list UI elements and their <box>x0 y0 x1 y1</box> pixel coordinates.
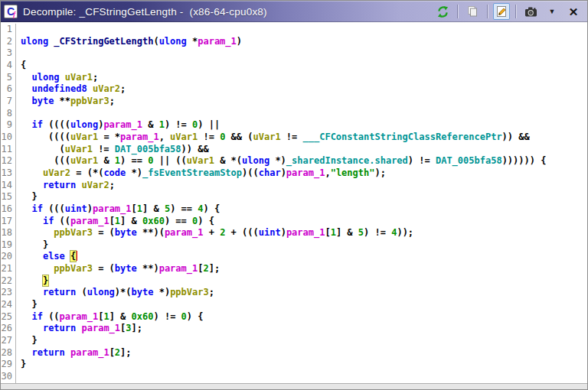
horizontal-scrollbar[interactable] <box>1 383 587 389</box>
code-line[interactable]: 25 if ((param_1[1] & 0x60) != 0) { <box>1 311 587 323</box>
line-number: 12 <box>1 155 16 167</box>
code-line[interactable]: 14 return uVar2; <box>1 180 587 192</box>
code-token <box>21 96 31 106</box>
code-line[interactable]: 18 ppbVar3 = (byte **)(param_1 + 2 + (((… <box>1 227 587 239</box>
code-text: } <box>16 191 38 203</box>
line-number: 1 <box>1 24 16 36</box>
code-line[interactable]: 27 } <box>1 335 587 347</box>
code-line[interactable]: 23 return (ulong)*(byte *)ppbVar3; <box>1 287 587 299</box>
code-token: **)( <box>137 227 165 238</box>
code-text: byte **ppbVar3; <box>16 96 115 108</box>
code-token <box>21 167 43 178</box>
code-line[interactable]: 11 (uVar1 != DAT_005bfa58)) && <box>1 144 587 156</box>
code-line[interactable]: 9 if ((((ulong)param_1 & 1) != 0) || <box>1 119 587 132</box>
code-line[interactable]: 1 <box>1 24 587 36</box>
line-number: 30 <box>1 371 16 383</box>
titlebar[interactable]: C ƒ Decompile: _CFStringGetLength - (x86… <box>1 1 587 22</box>
code-token: 1 <box>103 311 109 322</box>
code-token: } <box>21 335 38 346</box>
pencil-icon <box>495 5 508 18</box>
toolbar-separator <box>515 5 516 18</box>
code-token: ) == <box>165 216 192 226</box>
code-token <box>87 83 93 94</box>
window-title: Decompile: _CFStringGetLength - (x86-64-… <box>23 6 433 18</box>
code-token: ppbVar3 <box>54 263 93 274</box>
code-token: [ <box>109 216 115 226</box>
code-token: ) != <box>408 155 436 166</box>
code-line[interactable]: 20 else { <box>1 251 587 263</box>
code-token: if <box>31 311 42 322</box>
code-token: param_1 <box>82 323 121 333</box>
code-line[interactable]: 29} <box>1 359 587 371</box>
text-caret <box>76 251 77 261</box>
code-token: byte <box>115 263 137 274</box>
code-token: ((( <box>43 203 65 214</box>
code-token <box>21 251 43 262</box>
code-line[interactable]: 12 (((uVar1 & 1) == 0 || ((uVar1 & *(ulo… <box>1 155 587 167</box>
code-token: + <box>203 227 220 238</box>
code-line[interactable]: 4{ <box>1 60 587 72</box>
code-token: 0 <box>181 311 187 322</box>
code-line[interactable]: 16 if (((uint)param_1[1] & 5) == 4) { <box>1 203 587 216</box>
code-token: ulong <box>31 72 59 83</box>
code-line[interactable]: 15 } <box>1 191 587 203</box>
code-token: } <box>21 359 26 369</box>
code-line[interactable]: 21 ppbVar3 = (byte **)param_1[2]; <box>1 263 587 275</box>
line-number: 16 <box>1 203 16 216</box>
code-token: , <box>159 132 170 142</box>
code-token: param_1 <box>60 311 99 322</box>
code-token: ___CFConstantStringClassReferencePtr <box>303 132 502 142</box>
edit-button[interactable] <box>493 3 510 20</box>
decompiler-icon: C ƒ <box>4 5 18 18</box>
code-line[interactable]: 7 byte **ppbVar3; <box>1 96 587 108</box>
code-token: uVar1 <box>70 132 98 142</box>
code-token: 5 <box>358 227 364 238</box>
code-line[interactable]: 2ulong _CFStringGetLength(ulong *param_1… <box>1 36 587 48</box>
code-token: 1 <box>115 216 120 226</box>
code-token <box>21 180 43 190</box>
code-text: if (((uint)param_1[1] & 5) == 4) { <box>16 203 220 216</box>
code-token: uVar1 <box>65 72 93 83</box>
refresh-button[interactable] <box>433 2 452 21</box>
decompiled-code-panel[interactable]: 12ulong _CFStringGetLength(ulong *param_… <box>1 22 587 383</box>
line-number: 28 <box>1 347 16 359</box>
code-line[interactable]: 6 undefined8 uVar2; <box>1 83 587 96</box>
line-number: 6 <box>1 83 16 96</box>
code-token: ( <box>76 287 87 297</box>
close-button[interactable]: ✕ <box>564 2 583 21</box>
code-token: param_1 <box>93 203 132 214</box>
code-line[interactable]: 30 <box>1 371 587 383</box>
camera-icon <box>524 6 537 18</box>
copy-button[interactable] <box>463 2 482 21</box>
code-line[interactable]: 26 return param_1[3]; <box>1 323 587 335</box>
code-token: code <box>103 167 126 178</box>
code-line[interactable]: 22 } <box>1 275 587 288</box>
line-number: 25 <box>1 311 16 323</box>
code-line[interactable]: 13 uVar2 = (*(code *)_fsEventStreamStop)… <box>1 167 587 180</box>
code-text: (((uVar1 & 1) == 0 || ((uVar1 & *(ulong … <box>16 155 546 167</box>
code-text: return param_1[3]; <box>16 323 142 335</box>
line-number: 11 <box>1 144 16 156</box>
code-token: ); <box>374 167 385 178</box>
code-line[interactable]: 28 return param_1[2]; <box>1 347 587 359</box>
code-line[interactable]: 5 ulong uVar1; <box>1 72 587 84</box>
code-token: != <box>93 144 115 154</box>
code-line[interactable]: 10 ((((uVar1 = *param_1, uVar1 != 0 && (… <box>1 132 587 144</box>
code-line[interactable]: 17 if ((param_1[1] & 0x60) == 0) { <box>1 216 587 228</box>
code-token: } <box>21 191 38 202</box>
dropdown-button[interactable]: ▼ <box>543 2 561 21</box>
code-token: ) { <box>204 203 220 214</box>
code-token: ulong <box>159 36 187 47</box>
code-token: ) != <box>165 119 192 130</box>
code-line[interactable]: 19 } <box>1 239 587 252</box>
decompiler-icon-function-glyph: ƒ <box>12 11 16 18</box>
code-token: uVar2 <box>93 83 120 94</box>
code-token: & <box>142 119 159 130</box>
code-token: return <box>43 287 76 297</box>
code-line[interactable]: 3 <box>1 47 587 60</box>
code-line[interactable]: 8 <box>1 108 587 120</box>
code-line[interactable]: 24 } <box>1 299 587 311</box>
code-text: else { <box>16 251 77 263</box>
snapshot-button[interactable] <box>521 2 540 21</box>
line-number: 9 <box>1 119 16 132</box>
